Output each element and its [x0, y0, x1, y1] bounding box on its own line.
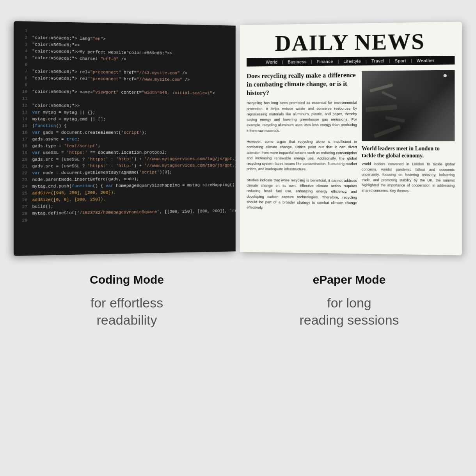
nav-item-business[interactable]: Business	[288, 59, 307, 64]
line-code: gads.async = true;	[32, 136, 231, 143]
line-number: 8	[19, 75, 27, 82]
code-line: 13 var mytag = mytag || {};	[19, 109, 230, 117]
line-number: 10	[19, 89, 27, 96]
line-code: gads.type = 'text/script';	[32, 143, 231, 150]
line-number: 13	[19, 109, 27, 115]
line-code: (function() {	[32, 123, 231, 130]
side-article-body: World leaders convened in London to tack…	[362, 162, 455, 194]
nav-item-world[interactable]: World	[266, 60, 277, 64]
nav-item-finance[interactable]: Finance	[317, 59, 333, 64]
line-number: 24	[19, 183, 27, 190]
line-number: 28	[19, 210, 27, 217]
line-number: 25	[19, 190, 27, 197]
news-side-article: World leaders meet in London to tackle t…	[362, 70, 455, 212]
nav-item-sport[interactable]: Sport	[395, 58, 406, 63]
newspaper-content: Does recycling really make a difference …	[247, 70, 455, 212]
coding-mode-label-col: Coding Mode for effortlessreadability	[16, 273, 238, 329]
panels-row: 12"color:#569cd6;"> lang="en">3"color:#5…	[16, 23, 460, 254]
code-line: 15 (function() {	[19, 123, 230, 130]
line-number: 1	[19, 28, 27, 35]
line-number: 17	[19, 136, 27, 143]
line-number: 6	[19, 62, 27, 69]
main-article-body: Recycling has long been promoted as esse…	[247, 100, 357, 211]
news-image	[362, 70, 455, 142]
line-number: 22	[19, 170, 27, 176]
main-article-headline: Does recycling really make a difference …	[247, 71, 357, 98]
line-number: 5	[19, 55, 27, 62]
line-number: 27	[19, 204, 27, 211]
main-container: 12"color:#569cd6;"> lang="en">3"color:#5…	[0, 0, 476, 476]
line-number: 12	[19, 102, 27, 109]
line-number: 9	[19, 82, 27, 89]
newspaper-nav: World | Business | Finance | Lifestyle |…	[247, 56, 455, 67]
line-number: 26	[19, 197, 27, 204]
code-line: 19 var useSSL = 'https:' == document.loc…	[19, 149, 230, 156]
epaper-mode-title: ePaper Mode	[313, 273, 386, 286]
line-number: 19	[19, 149, 27, 156]
line-code: var mytag = mytag || {};	[32, 109, 231, 116]
coding-mode-desc: for effortlessreadability	[91, 294, 163, 329]
nav-item-travel[interactable]: Travel	[371, 59, 384, 63]
line-number: 16	[19, 129, 27, 136]
line-number: 7	[19, 68, 27, 75]
newspaper-title: DAILY NEWS	[247, 30, 455, 55]
news-main-article: Does recycling really make a difference …	[247, 71, 357, 211]
coding-mode-title: Coding Mode	[90, 273, 164, 286]
line-code: mytag.cmd = mytag.cmd || [];	[32, 116, 231, 123]
line-number: 20	[19, 156, 27, 163]
code-line: 18 gads.type = 'text/script';	[19, 143, 230, 150]
code-line: 17 gads.async = true;	[19, 136, 230, 143]
line-number: 11	[19, 95, 27, 102]
epaper-mode-label-col: ePaper Mode for longreading sessions	[238, 273, 460, 329]
side-article-headline: World leaders meet in London to tackle t…	[362, 145, 455, 160]
nav-item-weather[interactable]: Weather	[417, 58, 435, 63]
line-number: 15	[19, 123, 27, 129]
line-number: 21	[19, 163, 27, 170]
line-number: 29	[19, 217, 27, 224]
coding-panel: 12"color:#569cd6;"> lang="en">3"color:#5…	[14, 21, 236, 256]
line-number: 3	[19, 41, 27, 48]
line-number: 2	[19, 34, 27, 41]
line-code: var gads = document.createElement('scrip…	[32, 129, 231, 136]
newspaper-panel: DAILY NEWS World | Business | Finance | …	[240, 22, 462, 256]
code-line: 14 mytag.cmd = mytag.cmd || [];	[19, 116, 230, 123]
line-code: var useSSL = 'https:' == document.locati…	[32, 149, 231, 156]
line-number: 4	[19, 48, 27, 55]
nav-item-lifestyle[interactable]: Lifestyle	[343, 59, 361, 64]
labels-row: Coding Mode for effortlessreadability eP…	[16, 273, 460, 329]
line-number: 18	[19, 143, 27, 149]
line-number: 23	[19, 177, 27, 184]
epaper-mode-desc: for longreading sessions	[299, 294, 399, 329]
code-line: 16 var gads = document.createElement('sc…	[19, 129, 230, 136]
line-number: 14	[19, 116, 27, 123]
